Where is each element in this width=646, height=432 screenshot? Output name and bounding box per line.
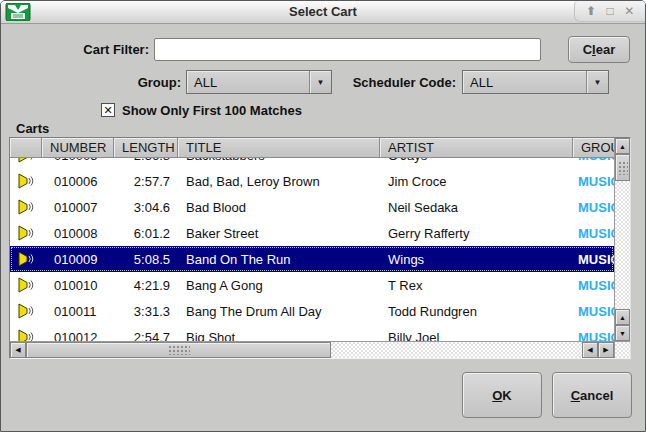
table-row[interactable]: 010010 4:21.9 Bang A Gong T Rex MUSIC [10,272,614,298]
column-header-icon[interactable] [10,138,42,158]
table-row[interactable]: 010008 6:01.2 Baker Street Gerry Raffert… [10,220,614,246]
cart-list-viewport: 010005 2:56.8 Backstabbers O'Jays MUSIC … [10,158,614,341]
speaker-icon [18,251,34,267]
close-window-icon[interactable]: ✕ [624,5,634,17]
scroll-up-icon[interactable]: ▲ [615,138,630,154]
horizontal-scrollbar-thumb[interactable] [26,342,331,358]
ok-button[interactable]: OK [462,372,542,418]
speaker-icon [18,303,34,319]
table-row[interactable]: 010006 2:57.7 Bad, Bad, Leroy Brown Jim … [10,168,614,194]
window-controls: ⬆ □ ✕ [574,1,645,22]
cancel-label-accel: C [571,388,580,403]
speaker-icon [18,277,34,293]
column-header-title[interactable]: TITLE [178,138,380,158]
titlebar[interactable]: Select Cart ⬆ □ ✕ [1,1,645,24]
cart-list: NUMBER LENGTH TITLE ARTIST GROUP 010005 … [9,137,631,359]
group-value: ALL [194,75,217,90]
cart-filter-input[interactable] [154,38,541,61]
scroll-left-icon[interactable]: ◀ [10,342,26,358]
scroll-up-icon[interactable]: ▲ [615,309,630,325]
thumb-grip [168,345,190,355]
speaker-icon [18,199,34,215]
scroll-down-icon[interactable]: ▼ [615,325,630,341]
carts-section-label: Carts [16,121,49,136]
horizontal-scrollbar-track[interactable] [331,342,582,358]
speaker-icon [18,329,34,341]
speaker-icon [18,173,34,189]
scheduler-code-combobox[interactable]: ALL ▼ [462,70,609,94]
show-first-100-checkbox[interactable]: ✕ [101,103,115,117]
speaker-icon [18,225,34,241]
table-row[interactable]: 010007 3:04.6 Bad Blood Neil Sedaka MUSI… [10,194,614,220]
table-row[interactable]: 010005 2:56.8 Backstabbers O'Jays MUSIC [10,158,614,168]
ok-label-rest: K [502,388,511,403]
shade-window-icon[interactable]: ⬆ [586,5,596,17]
column-header-group[interactable]: GROUP [573,138,614,158]
chevron-down-icon[interactable]: ▼ [309,71,331,93]
table-row[interactable]: 010011 3:31.3 Bang The Drum All Day Todd… [10,298,614,324]
scheduler-code-value: ALL [470,75,493,90]
table-row[interactable]: 010012 2:54.7 Big Shot Billy Joel MUSIC [10,324,614,341]
show-first-100-label: Show Only First 100 Matches [122,103,302,118]
horizontal-scrollbar[interactable]: ◀ ◀ ▶ [10,341,614,358]
column-header-length[interactable]: LENGTH [114,138,178,158]
window-title: Select Cart [1,4,645,19]
speaker-icon [18,158,34,163]
clear-button[interactable]: Clear [568,36,630,63]
vertical-scrollbar[interactable]: ▲ ▲ ▼ [614,138,630,341]
vertical-scrollbar-track[interactable] [615,181,630,309]
vertical-scrollbar-thumb[interactable] [615,154,630,181]
scrollbar-corner [614,341,630,358]
checkbox-x-mark-icon: ✕ [103,105,112,116]
thumb-grip [618,161,628,175]
column-header-artist[interactable]: ARTIST [380,138,573,158]
group-combobox[interactable]: ALL ▼ [186,70,332,94]
table-row-selected[interactable]: 010009 5:08.5 Band On The Run Wings MUSI… [10,246,614,272]
cart-list-header: NUMBER LENGTH TITLE ARTIST GROUP [10,138,614,158]
scheduler-code-label: Scheduler Code: [338,75,456,90]
cancel-label-rest: ancel [580,388,613,403]
clear-label: C [583,42,592,57]
scroll-left-icon[interactable]: ◀ [582,342,598,358]
ok-label-accel: O [492,388,502,403]
select-cart-dialog: Select Cart ⬆ □ ✕ Cart Filter: Clear Gro… [0,0,646,432]
maximize-window-icon[interactable]: □ [606,5,613,17]
group-label: Group: [61,75,181,90]
column-header-number[interactable]: NUMBER [42,138,114,158]
cancel-button[interactable]: Cancel [552,372,632,418]
cart-filter-label: Cart Filter: [11,42,149,57]
clear-label-rest: ear [596,42,616,57]
chevron-down-icon[interactable]: ▼ [586,71,608,93]
scroll-right-icon[interactable]: ▶ [598,342,614,358]
